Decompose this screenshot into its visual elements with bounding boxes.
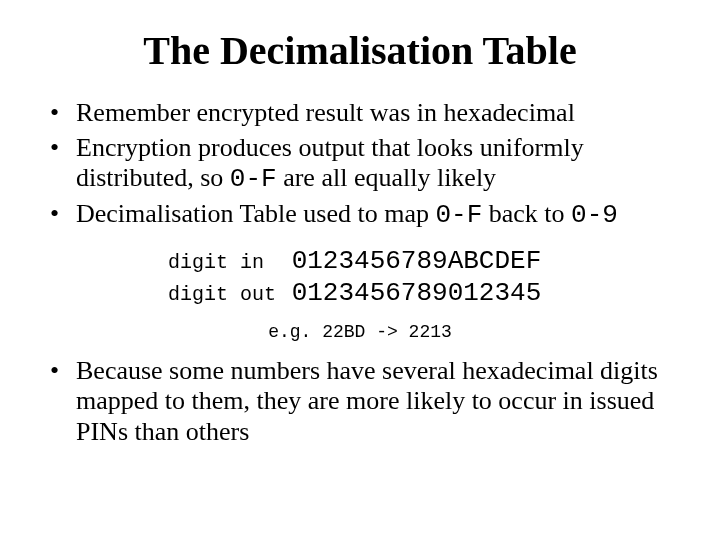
bullet-3-code2: 0-9	[571, 200, 618, 230]
bullet-2-post: are all equally likely	[277, 163, 496, 192]
bullet-3-mid: back to	[482, 199, 571, 228]
example-line: e.g. 22BD -> 2213	[38, 322, 682, 342]
bullet-3-code1: 0-F	[435, 200, 482, 230]
bullet-2-code: 0-F	[230, 164, 277, 194]
bullet-3-pre: Decimalisation Table used to map	[76, 199, 435, 228]
decimalisation-table: digit in 0123456789ABCDEF digit out 0123…	[38, 245, 682, 310]
bullet-list-bottom: Because some numbers have several hexade…	[38, 356, 682, 448]
table-label-out: digit out	[168, 283, 276, 306]
table-label-in: digit in	[168, 251, 276, 274]
slide-title: The Decimalisation Table	[38, 28, 682, 74]
slide: The Decimalisation Table Remember encryp…	[0, 0, 720, 540]
bullet-2: Encryption produces output that looks un…	[46, 133, 682, 195]
bullet-list-top: Remember encrypted result was in hexadec…	[38, 98, 682, 231]
bullet-4: Because some numbers have several hexade…	[46, 356, 682, 448]
bullet-3: Decimalisation Table used to map 0-F bac…	[46, 199, 682, 231]
table-value-in: 0123456789ABCDEF	[276, 246, 541, 276]
bullet-1: Remember encrypted result was in hexadec…	[46, 98, 682, 129]
table-value-out: 0123456789012345	[276, 278, 541, 308]
